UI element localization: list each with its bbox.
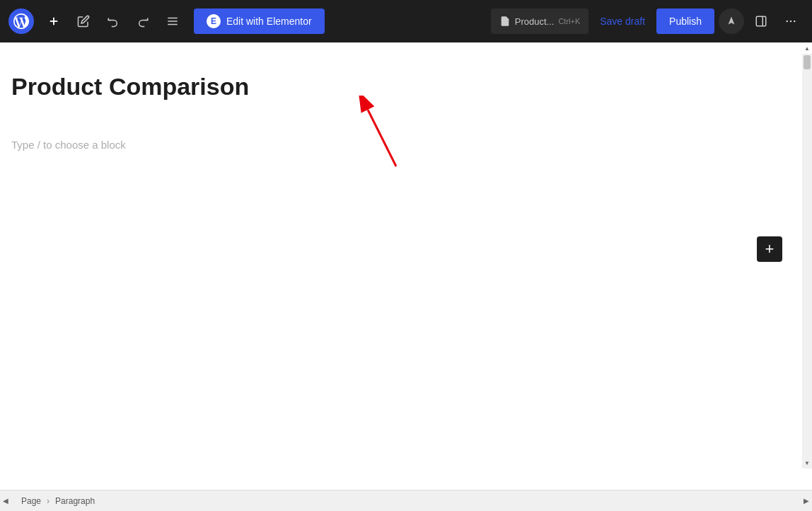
vertical-scrollbar[interactable] bbox=[802, 54, 812, 469]
svg-rect-6 bbox=[756, 16, 766, 26]
scroll-down-arrow[interactable]: ▼ bbox=[802, 457, 812, 469]
scroll-left-arrow[interactable]: ◀ bbox=[0, 490, 11, 512]
redo-button[interactable] bbox=[130, 8, 156, 34]
breadcrumb-paragraph[interactable]: Paragraph bbox=[55, 496, 95, 506]
editor-area[interactable]: Product Comparison Type / to choose a bl… bbox=[0, 42, 802, 490]
panel-toggle-button[interactable] bbox=[748, 8, 774, 34]
edit-elementor-button[interactable]: E Edit with Elementor bbox=[194, 8, 325, 34]
main-content-area: ▲ Product Comparison Type / to choose a … bbox=[0, 42, 812, 490]
list-view-button[interactable] bbox=[160, 8, 185, 34]
svg-point-10 bbox=[794, 21, 795, 22]
block-placeholder[interactable]: Type / to choose a block bbox=[11, 130, 774, 159]
add-block-toolbar-button[interactable] bbox=[41, 8, 66, 34]
document-button[interactable]: Product... Ctrl+K bbox=[491, 8, 589, 34]
save-draft-button[interactable]: Save draft bbox=[593, 8, 652, 34]
astra-avatar[interactable] bbox=[719, 8, 744, 34]
undo-button[interactable] bbox=[100, 8, 126, 34]
breadcrumb: Page › Paragraph bbox=[21, 496, 95, 506]
more-options-button[interactable] bbox=[778, 8, 804, 34]
wordpress-logo[interactable] bbox=[8, 8, 34, 34]
scroll-down-container: ▼ bbox=[802, 457, 812, 469]
edit-pen-button[interactable] bbox=[71, 8, 96, 34]
publish-button[interactable]: Publish bbox=[656, 8, 714, 34]
main-toolbar: E Edit with Elementor Product... Ctrl+K … bbox=[0, 0, 812, 42]
scrollbar-right: ▲ bbox=[802, 42, 812, 54]
breadcrumb-page[interactable]: Page bbox=[21, 496, 41, 506]
scroll-right-arrow[interactable]: ▶ bbox=[801, 490, 812, 512]
elementor-icon: E bbox=[207, 14, 221, 28]
svg-point-8 bbox=[787, 21, 788, 22]
svg-point-9 bbox=[790, 21, 791, 22]
bottom-bar: ◀ Page › Paragraph ▶ bbox=[0, 490, 812, 511]
page-title[interactable]: Product Comparison bbox=[11, 71, 774, 102]
breadcrumb-separator: › bbox=[47, 496, 50, 506]
add-block-inline-button[interactable]: + bbox=[757, 236, 782, 262]
scroll-up-arrow[interactable]: ▲ bbox=[802, 42, 812, 54]
scroll-thumb[interactable] bbox=[804, 55, 811, 69]
